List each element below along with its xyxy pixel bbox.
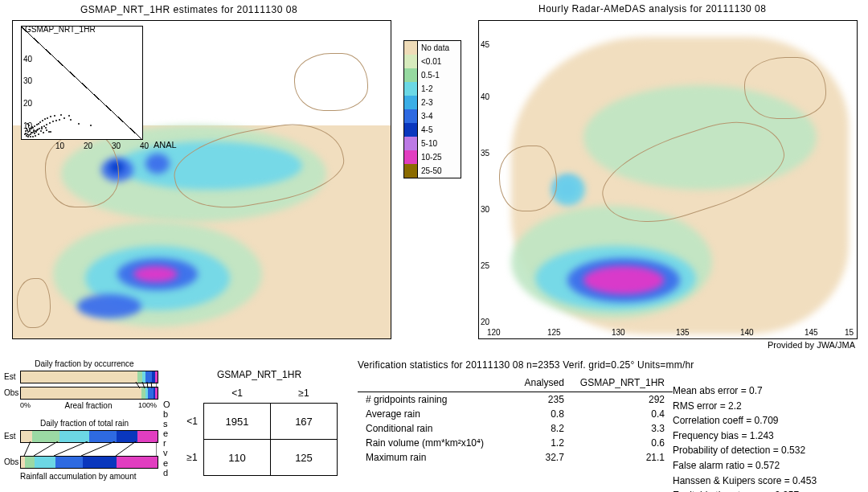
scatter-dot (60, 114, 62, 116)
svg-line-5 (24, 441, 31, 456)
scatter-dot (25, 130, 27, 132)
verif-header: Verification statistics for 20111130 08 … (358, 359, 856, 371)
ct-cell-01: 167 (271, 404, 338, 440)
legend-row: <0.01 (404, 55, 461, 68)
scatter-dot (52, 121, 54, 122)
scatter-dot (28, 125, 30, 126)
scatter-dot (63, 117, 65, 119)
left-map-title: GSMAP_NRT_1HR estimates for 20111130 08 (80, 4, 297, 15)
scatter-dot (46, 124, 47, 125)
fraction-total-title: Daily fraction of total rain (8, 419, 161, 428)
scatter-dot (48, 131, 50, 133)
scatter-dot (40, 130, 42, 132)
scatter-dot (78, 123, 80, 125)
page-root: GSMAP_NRT_1HR estimates for 20111130 08 … (0, 0, 868, 492)
scatter-dot (41, 128, 43, 129)
jma-credit: Provided by JWA/JMA (768, 340, 855, 350)
svg-line-2 (147, 382, 148, 388)
scatter-dot (43, 132, 44, 133)
scatter-dot (59, 119, 60, 121)
svg-line-0 (136, 382, 140, 388)
fraction-occ-obs-bar (20, 387, 158, 400)
legend-swatch (404, 41, 418, 55)
legend-label: 1-2 (418, 84, 432, 93)
contingency-table: GSMAP_NRT_1HR <1 ≥1 <1 1951 167 ≥1 110 1… (181, 369, 338, 476)
verif-metric: Frequency bias = 1.243 (673, 428, 854, 444)
scatter-dot (37, 129, 39, 130)
scatter-dot (27, 129, 28, 131)
scatter-dot (34, 125, 35, 127)
legend-row: 4-5 (404, 123, 461, 137)
scatter-dot (42, 120, 43, 121)
scatter-dot (27, 123, 28, 125)
scatter-dot (55, 120, 57, 121)
scatter-dot (47, 117, 48, 119)
legend-label: 25-50 (418, 166, 442, 175)
ct-cell-10: 110 (204, 440, 271, 476)
verif-row-gsmap: 3.3 (572, 421, 673, 436)
legend-row: 10-25 (404, 150, 461, 164)
bottom-panel: Daily fraction by occurrence Est Obs 0% … (0, 359, 868, 492)
verif-row-analysed: 235 (502, 392, 572, 408)
verif-row-gsmap: 21.1 (572, 450, 673, 465)
verif-scores: Mean abs error = 0.7RMS error = 2.2Corre… (673, 375, 854, 492)
scatter-dot (54, 115, 55, 117)
color-legend: No data<0.010.5-11-22-33-44-55-1010-2525… (403, 40, 461, 178)
legend-swatch (404, 96, 418, 109)
legend-swatch (404, 82, 418, 96)
legend-row: 25-50 (404, 164, 461, 178)
legend-label: 5-10 (418, 139, 437, 148)
legend-row: No data (404, 41, 461, 55)
legend-swatch (404, 55, 418, 68)
fraction-total-obs-bar (20, 456, 158, 469)
scatter-dot (34, 133, 35, 134)
verif-row: # gridpoints raining235292 (358, 392, 673, 408)
verif-row-gsmap: 292 (572, 392, 673, 408)
verif-row: Conditional rain8.23.3 (358, 421, 673, 436)
legend-swatch (404, 164, 418, 178)
legend-label: <0.01 (418, 57, 441, 66)
scatter-dot (50, 131, 51, 133)
anal-label: ANAL (154, 140, 177, 150)
scatter-dot (50, 116, 51, 117)
legend-label: 10-25 (418, 153, 442, 162)
fraction-total-footer: Rainfall accumulation by amount (20, 472, 165, 481)
gsmap-estimate-map: GSMAP_NRT_1HR 10 20 30 40 10 20 30 40 AN… (12, 20, 391, 339)
verif-row-analysed: 1.2 (502, 436, 572, 450)
total-connector-lines (20, 441, 157, 456)
verif-metric: Mean abs error = 0.7 (673, 383, 854, 399)
scatter-dot (31, 126, 33, 128)
verif-row-label: Average rain (358, 407, 502, 421)
verif-metric: False alarm ratio = 0.572 (673, 458, 854, 474)
legend-row: 1-2 (404, 82, 461, 96)
scatter-dot (30, 133, 31, 135)
scatter-dot (26, 128, 27, 129)
scatter-dot (70, 119, 72, 121)
legend-row: 3-4 (404, 109, 461, 123)
occ-connector-lines (20, 382, 157, 388)
legend-row: 5-10 (404, 137, 461, 150)
verif-row-analysed: 0.8 (502, 407, 572, 421)
legend-label: 2-3 (418, 98, 432, 107)
verif-row: Maximum rain32.721.1 (358, 450, 673, 465)
verif-metric: Hanssen & Kuipers score = 0.453 (673, 474, 854, 489)
ct-cell-11: 125 (271, 440, 338, 476)
scatter-dot (27, 133, 28, 135)
scatter-dot (68, 115, 70, 117)
fraction-occ-title: Daily fraction by occurrence (8, 359, 161, 368)
scatter-dot (33, 129, 35, 131)
verif-row-analysed: 8.2 (502, 421, 572, 436)
legend-label: 0.5-1 (418, 71, 440, 80)
scatter-dot (38, 133, 39, 135)
svg-line-6 (34, 441, 58, 456)
ct-cell-00: 1951 (204, 404, 271, 440)
legend-swatch (404, 137, 418, 150)
svg-line-7 (54, 441, 88, 456)
scatter-dot (24, 133, 26, 135)
legend-swatch (404, 150, 418, 164)
scatter-dot (39, 121, 41, 123)
svg-line-3 (151, 382, 152, 388)
legend-row: 0.5-1 (404, 68, 461, 82)
scatter-dot (45, 127, 47, 129)
scatter-dot (35, 135, 36, 137)
